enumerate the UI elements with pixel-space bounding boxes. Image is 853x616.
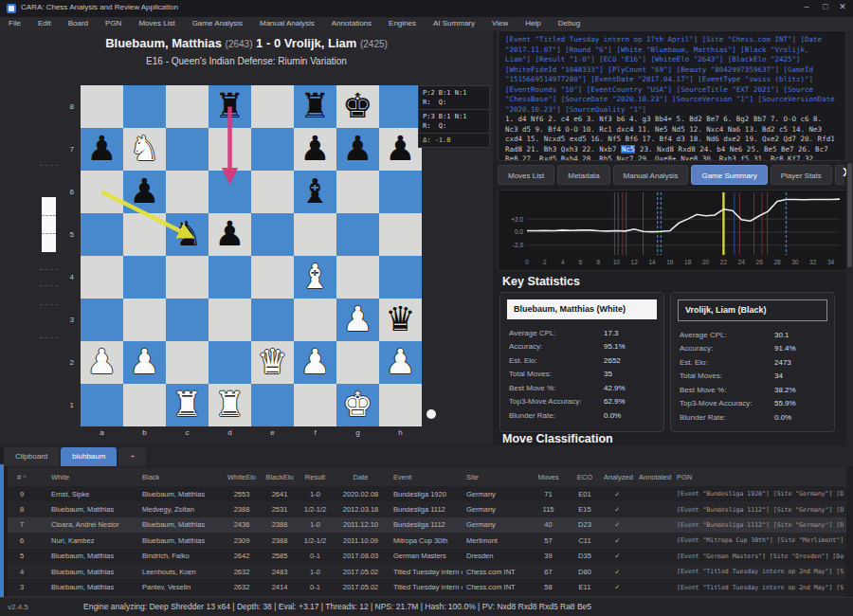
menu-manual-analysis[interactable]: Manual Analysis [251, 17, 323, 30]
square-c6[interactable] [166, 171, 209, 213]
square-d3[interactable] [209, 299, 251, 341]
square-f7[interactable] [294, 128, 336, 171]
tab-manual-analysis[interactable]: Manual Analysis [613, 165, 689, 185]
column-header-moves[interactable]: Moves [527, 473, 570, 481]
square-b6[interactable] [123, 171, 166, 213]
square-f3[interactable] [294, 299, 336, 341]
square-f1[interactable] [294, 384, 336, 426]
table-row-game-3[interactable]: 3Bluebaum, MatthiasPantev, Veselin263224… [8, 579, 846, 594]
table-row-game-6[interactable]: 6Nuri, KambezBluebaum, Matthias230923881… [8, 533, 846, 548]
square-e3[interactable] [251, 299, 294, 341]
square-e2[interactable] [251, 341, 294, 384]
table-row-game-4[interactable]: 4Bluebaum, MatthiasLeenhouts, Koen263224… [8, 564, 846, 579]
menu-board[interactable]: Board [60, 17, 97, 30]
square-a7[interactable] [81, 128, 123, 171]
column-header-pgn[interactable]: PGN [673, 473, 844, 481]
column-header--[interactable]: # ^ [8, 473, 36, 481]
column-header-whiteelo[interactable]: WhiteElo [223, 473, 261, 481]
square-h1[interactable] [379, 384, 422, 426]
maximize-button[interactable]: □ [817, 2, 834, 11]
menu-moves-list[interactable]: Moves List [130, 17, 183, 30]
square-f6[interactable] [294, 171, 336, 213]
column-header-event[interactable]: Event [390, 473, 463, 481]
square-h2[interactable] [379, 341, 422, 384]
menu-annotations[interactable]: Annotations [323, 17, 380, 30]
square-g1[interactable] [336, 384, 379, 426]
square-e7[interactable] [251, 128, 294, 171]
add-database-tab-button[interactable]: + [118, 447, 146, 466]
square-c2[interactable] [166, 341, 209, 384]
minimize-button[interactable]: – [798, 2, 815, 11]
square-c1[interactable] [166, 384, 209, 426]
square-g3[interactable] [336, 299, 379, 341]
square-b2[interactable] [123, 341, 166, 384]
square-d8[interactable] [209, 85, 251, 128]
chess-board[interactable]: ♜♜♚♟♞♟♟♟♟♝♞♟♝♟♛♟♟♛♟♟♜♜♚ [81, 85, 422, 426]
square-d5[interactable] [209, 213, 251, 256]
square-e5[interactable] [251, 213, 294, 256]
close-button[interactable]: ✕ [834, 2, 851, 11]
table-row-game-5[interactable]: 5Bluebaum, MatthiasBindrich, Falko264225… [8, 549, 846, 564]
square-b7[interactable] [123, 128, 166, 171]
square-g8[interactable] [336, 85, 379, 128]
column-header-white[interactable]: White [47, 473, 138, 481]
square-d7[interactable] [209, 128, 251, 171]
square-e1[interactable] [251, 384, 294, 426]
square-b4[interactable] [123, 256, 166, 299]
square-b1[interactable] [123, 384, 166, 426]
menu-view[interactable]: View [483, 17, 517, 30]
column-header-eco[interactable]: ECO [570, 473, 600, 481]
column-header-blackelo[interactable]: BlackElo [261, 473, 299, 481]
square-d2[interactable] [209, 341, 251, 384]
tab-metadata[interactable]: Metadata [557, 165, 609, 185]
table-row-game-8[interactable]: 8Bluebaum, MatthiasMedvegy, Zoltan238825… [8, 501, 846, 516]
tab-player-stats[interactable]: Player Stats [771, 165, 832, 185]
square-c3[interactable] [166, 299, 209, 341]
square-a8[interactable] [81, 85, 123, 128]
square-h8[interactable] [379, 85, 422, 128]
menu-file[interactable]: File [0, 17, 29, 30]
square-c4[interactable] [166, 256, 209, 299]
square-a4[interactable] [81, 256, 123, 299]
menu-ai-summary[interactable]: AI Summary [425, 17, 483, 30]
square-h3[interactable] [379, 299, 422, 341]
scrollbar-thumb[interactable] [847, 163, 852, 267]
pgn-viewer[interactable]: [Event "Titled Tuesday intern op 17th Ap… [498, 30, 846, 161]
square-e6[interactable] [251, 171, 294, 213]
menu-pgn[interactable]: PGN [97, 17, 130, 30]
db-tab-bluhbaum[interactable]: bluhbaum [61, 447, 117, 466]
column-header-date[interactable]: Date [332, 473, 390, 481]
square-c5[interactable] [166, 213, 209, 256]
menu-help[interactable]: Help [517, 17, 549, 30]
db-tab-clipboard[interactable]: Clipboard [4, 447, 59, 466]
square-a1[interactable] [81, 384, 123, 426]
square-a5[interactable] [81, 213, 123, 256]
column-header-site[interactable]: Site [463, 473, 527, 481]
column-header-result[interactable]: Result [299, 473, 332, 481]
square-f5[interactable] [294, 213, 336, 256]
square-h6[interactable] [379, 171, 422, 213]
square-e8[interactable] [251, 85, 294, 128]
square-c8[interactable] [166, 85, 209, 128]
square-g5[interactable] [336, 213, 379, 256]
menu-engines[interactable]: Engines [380, 17, 425, 30]
menu-game-analysis[interactable]: Game Analysis [184, 17, 251, 30]
square-b5[interactable] [123, 213, 166, 256]
square-h5[interactable] [379, 213, 422, 256]
current-move-highlight[interactable]: Nc5 [621, 145, 636, 154]
square-f2[interactable] [294, 341, 336, 384]
column-header-black[interactable]: Black [138, 473, 223, 481]
tab-moves-list[interactable]: Moves List [498, 165, 554, 185]
square-g4[interactable] [336, 256, 379, 299]
square-a3[interactable] [81, 299, 123, 341]
square-d4[interactable] [209, 256, 251, 299]
square-a6[interactable] [81, 171, 123, 213]
square-h7[interactable] [379, 128, 422, 171]
tab-game-summary[interactable]: Game Summary [691, 165, 767, 185]
square-h4[interactable] [379, 256, 422, 299]
column-header-annotated[interactable]: Annotated [635, 473, 673, 481]
square-g6[interactable] [336, 171, 379, 213]
square-b3[interactable] [123, 299, 166, 341]
column-header-analyzed[interactable]: Analyzed [600, 473, 635, 481]
square-f8[interactable] [294, 85, 336, 128]
